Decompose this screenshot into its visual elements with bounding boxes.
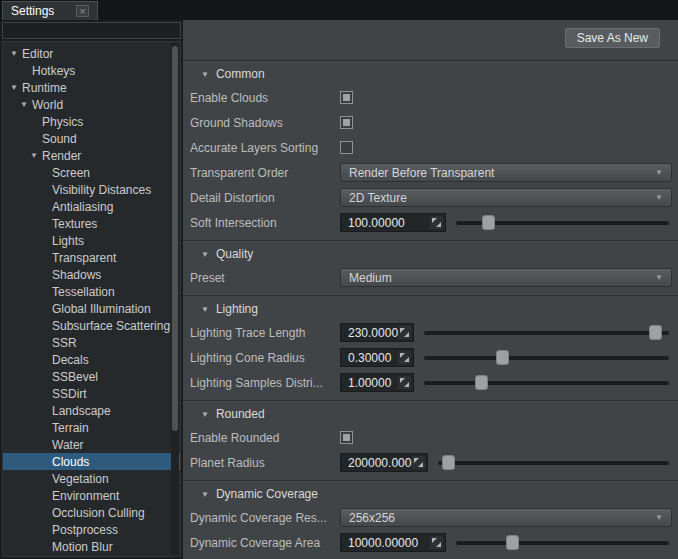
tree-item-antialiasing[interactable]: Antialiasing: [3, 198, 180, 215]
tree-item-label: World: [32, 98, 63, 112]
setting-controls: Render Before Transparent▼: [340, 163, 672, 182]
collapse-triangle-icon[interactable]: ▼: [201, 490, 209, 499]
tab-close-icon[interactable]: ×: [76, 5, 88, 17]
dropdown-value: Render Before Transparent: [349, 166, 649, 180]
transparent-order-dropdown[interactable]: Render Before Transparent▼: [340, 163, 672, 182]
section-title: Rounded: [216, 407, 265, 421]
tree-item-editor[interactable]: ▼Editor: [3, 45, 180, 62]
slider-handle[interactable]: [482, 215, 495, 230]
tree-item-shadows[interactable]: Shadows: [3, 266, 180, 283]
tree-item-tessellation[interactable]: Tessellation: [3, 283, 180, 300]
planet-radius-field[interactable]: 200000.00000: [340, 453, 428, 472]
tree-item-runtime[interactable]: ▼Runtime: [3, 79, 180, 96]
tree-item-clouds[interactable]: Clouds: [3, 453, 180, 470]
slider-handle[interactable]: [506, 535, 519, 550]
tree-item-water[interactable]: Water: [3, 436, 180, 453]
slider-handle[interactable]: [496, 350, 509, 365]
tree-item-world[interactable]: ▼World: [3, 96, 180, 113]
tree-item-ssbevel[interactable]: SSBevel: [3, 368, 180, 385]
dynamic-coverage-area-field[interactable]: 10000.00000: [340, 533, 446, 552]
tree-item-vegetation[interactable]: Vegetation: [3, 470, 180, 487]
drag-scrub-icon[interactable]: [430, 536, 443, 549]
tree-item-label: Clouds: [52, 455, 89, 469]
detail-distortion-dropdown[interactable]: 2D Texture▼: [340, 188, 672, 207]
slider-handle[interactable]: [442, 455, 455, 470]
settings-search-input[interactable]: [2, 22, 181, 39]
tree-item-environment[interactable]: Environment: [3, 487, 180, 504]
slider-track[interactable]: [424, 381, 669, 385]
tree-scrollbar-thumb[interactable]: [172, 46, 178, 431]
tree-item-lights[interactable]: Lights: [3, 232, 180, 249]
tree-item-subsurface-scattering[interactable]: Subsurface Scattering: [3, 317, 180, 334]
lighting-trace-length-field[interactable]: 230.00000: [340, 323, 414, 342]
section-header-dynamic-coverage[interactable]: ▼Dynamic Coverage: [183, 483, 678, 505]
collapse-triangle-icon[interactable]: ▼: [201, 250, 209, 259]
tree-item-label: Antialiasing: [52, 200, 113, 214]
expander-icon[interactable]: ▼: [20, 100, 32, 109]
tree-item-hotkeys[interactable]: Hotkeys: [3, 62, 180, 79]
dynamic-coverage-area-slider[interactable]: [456, 533, 672, 552]
field-value: 10000.00000: [348, 536, 430, 550]
slider-track[interactable]: [438, 461, 669, 465]
tree-item-global-illumination[interactable]: Global Illumination: [3, 300, 180, 317]
drag-scrub-icon[interactable]: [398, 376, 411, 389]
section-header-quality[interactable]: ▼Quality: [183, 243, 678, 265]
tree-item-terrain[interactable]: Terrain: [3, 419, 180, 436]
drag-scrub-icon[interactable]: [412, 456, 425, 469]
tree-item-landscape[interactable]: Landscape: [3, 402, 180, 419]
dynamic-coverage-res-dropdown[interactable]: 256x256▼: [340, 508, 672, 527]
tree-scrollbar[interactable]: [171, 43, 179, 555]
collapse-triangle-icon[interactable]: ▼: [201, 410, 209, 419]
tree-item-ssr[interactable]: SSR: [3, 334, 180, 351]
setting-row-enable-rounded: Enable Rounded: [183, 425, 678, 450]
slider-handle[interactable]: [649, 325, 662, 340]
tree-item-sound[interactable]: Sound: [3, 130, 180, 147]
slider-handle[interactable]: [475, 375, 488, 390]
section-lighting: ▼LightingLighting Trace Length230.00000L…: [183, 295, 678, 400]
tree-item-physics[interactable]: Physics: [3, 113, 180, 130]
lighting-cone-radius-field[interactable]: 0.30000: [340, 348, 414, 367]
collapse-triangle-icon[interactable]: ▼: [201, 305, 209, 314]
enable-rounded-checkbox[interactable]: [340, 431, 353, 444]
section-header-rounded[interactable]: ▼Rounded: [183, 403, 678, 425]
tree-item-ssdirt[interactable]: SSDirt: [3, 385, 180, 402]
preset-dropdown[interactable]: Medium▼: [340, 268, 672, 287]
tree-item-screen[interactable]: Screen: [3, 164, 180, 181]
tree-item-render[interactable]: ▼Render: [3, 147, 180, 164]
tree-item-visibility-distances[interactable]: Visibility Distances: [3, 181, 180, 198]
setting-label: Planet Radius: [190, 456, 340, 470]
tab-settings[interactable]: Settings ×: [2, 1, 98, 20]
tree-item-decals[interactable]: Decals: [3, 351, 180, 368]
tree-item-occlusion-culling[interactable]: Occlusion Culling: [3, 504, 180, 521]
clouds-settings-panel: ▼CommonEnable CloudsGround ShadowsAccura…: [183, 61, 678, 559]
expander-icon[interactable]: ▼: [10, 83, 22, 92]
soft-intersection-field[interactable]: 100.00000: [340, 213, 446, 232]
slider-track[interactable]: [424, 356, 669, 360]
section-header-common[interactable]: ▼Common: [183, 63, 678, 85]
tree-item-textures[interactable]: Textures: [3, 215, 180, 232]
tree-item-transparent[interactable]: Transparent: [3, 249, 180, 266]
drag-scrub-icon[interactable]: [430, 216, 443, 229]
slider-track[interactable]: [424, 331, 669, 335]
tree-item-postprocess[interactable]: Postprocess: [3, 521, 180, 538]
expander-icon[interactable]: ▼: [10, 49, 22, 58]
accurate-layers-sorting-checkbox[interactable]: [340, 141, 353, 154]
lighting-cone-radius-slider[interactable]: [424, 348, 672, 367]
save-as-new-button[interactable]: Save As New: [565, 28, 660, 48]
lighting-samples-distri-slider[interactable]: [424, 373, 672, 392]
drag-scrub-icon[interactable]: [398, 326, 411, 339]
enable-clouds-checkbox[interactable]: [340, 91, 353, 104]
lighting-samples-distri-field[interactable]: 1.00000: [340, 373, 414, 392]
slider-track[interactable]: [456, 541, 669, 545]
drag-scrub-icon[interactable]: [398, 351, 411, 364]
soft-intersection-slider[interactable]: [456, 213, 672, 232]
setting-controls: 230.00000: [340, 323, 672, 342]
expander-icon[interactable]: ▼: [30, 151, 42, 160]
planet-radius-slider[interactable]: [438, 453, 672, 472]
lighting-trace-length-slider[interactable]: [424, 323, 672, 342]
section-header-lighting[interactable]: ▼Lighting: [183, 298, 678, 320]
collapse-triangle-icon[interactable]: ▼: [201, 70, 209, 79]
ground-shadows-checkbox[interactable]: [340, 116, 353, 129]
settings-window: Settings × ▼EditorHotkeys▼Runtime▼WorldP…: [0, 0, 678, 559]
tree-item-motion-blur[interactable]: Motion Blur: [3, 538, 180, 555]
